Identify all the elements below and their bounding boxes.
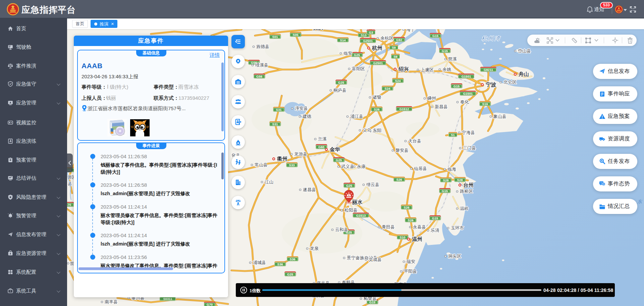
svg-text:S0311: S0311: [163, 297, 172, 301]
svg-text:路桥区: 路桥区: [460, 189, 473, 194]
svg-text:淳安县: 淳安县: [295, 106, 308, 111]
svg-text:江山: 江山: [265, 179, 273, 184]
svg-text:S26: S26: [396, 178, 402, 181]
svg-text:缙云县: 缙云县: [366, 182, 379, 187]
svg-text:S9: S9: [393, 55, 397, 58]
svg-text:余杭区: 余杭区: [380, 36, 393, 41]
svg-text:临海: 临海: [447, 167, 456, 172]
svg-text:奉化: 奉化: [460, 99, 469, 104]
svg-text:玉环市: 玉环市: [451, 225, 464, 230]
svg-text:南丰县: 南丰县: [105, 299, 118, 304]
svg-text:龙泉: 龙泉: [310, 246, 319, 251]
svg-text:兰溪: 兰溪: [318, 136, 327, 141]
svg-text:S26: S26: [408, 218, 414, 222]
svg-text:G70: G70: [67, 203, 71, 207]
svg-text:永嘉县: 永嘉县: [413, 224, 426, 229]
svg-text:S31: S31: [276, 108, 282, 112]
svg-text:象山县: 象山县: [493, 114, 506, 119]
svg-text:G1501: G1501: [463, 92, 473, 95]
svg-text:S14: S14: [340, 38, 346, 42]
svg-text:G15: G15: [432, 216, 438, 220]
svg-text:浦江县: 浦江县: [350, 114, 363, 119]
svg-text:S28: S28: [443, 178, 449, 182]
svg-text:S26: S26: [374, 107, 380, 111]
svg-text:宁波: 宁波: [486, 82, 496, 87]
svg-text:诸暨: 诸暨: [373, 95, 381, 100]
svg-text:温州: 温州: [412, 236, 422, 242]
svg-text:松阳县: 松阳县: [344, 208, 358, 213]
svg-text:G1513: G1513: [356, 214, 366, 217]
svg-text:S36: S36: [277, 262, 283, 266]
svg-text:嵊州: 嵊州: [427, 96, 436, 101]
svg-text:余姚: 余姚: [442, 67, 451, 72]
svg-text:武义县: 武义县: [341, 164, 354, 169]
svg-text:G15: G15: [442, 49, 448, 53]
svg-text:青田县: 青田县: [382, 224, 395, 229]
svg-text:温岭: 温岭: [460, 206, 469, 211]
svg-text:G56: G56: [256, 75, 262, 78]
svg-text:G15: G15: [432, 34, 439, 38]
svg-text:S28: S28: [457, 178, 463, 182]
svg-text:S31: S31: [272, 122, 278, 126]
svg-text:平阳县: 平阳县: [404, 269, 417, 274]
svg-text:磐安县: 磐安县: [395, 148, 409, 153]
svg-text:宁海县: 宁海县: [462, 130, 475, 135]
svg-text:G25: G25: [354, 53, 360, 57]
svg-text:G25: G25: [338, 81, 344, 84]
svg-text:G25: G25: [287, 272, 293, 276]
svg-text:瑞安: 瑞安: [407, 259, 415, 264]
svg-text:桐庐县: 桐庐县: [333, 88, 346, 93]
svg-text:永康: 永康: [357, 164, 366, 169]
svg-text:绍兴: 绍兴: [398, 66, 409, 72]
svg-text:G1501: G1501: [462, 75, 471, 78]
svg-text:天台县: 天台县: [408, 138, 421, 143]
svg-text:文成县: 文成县: [369, 257, 382, 262]
svg-text:G2501: G2501: [373, 61, 383, 65]
svg-text:舟山: 舟山: [518, 71, 529, 77]
svg-text:金华: 金华: [329, 146, 340, 152]
svg-text:北仑区: 北仑区: [503, 80, 517, 85]
svg-text:三门县: 三门县: [463, 145, 476, 150]
svg-text:常山县: 常山县: [255, 162, 268, 167]
svg-text:G15: G15: [442, 189, 448, 193]
svg-text:S05: S05: [293, 33, 299, 37]
svg-text:浦城县: 浦城县: [253, 260, 266, 265]
svg-text:S24: S24: [385, 87, 391, 90]
svg-text:建德: 建德: [302, 114, 312, 119]
svg-text:乐清: 乐清: [431, 228, 439, 233]
svg-text:杭州: 杭州: [372, 45, 382, 51]
svg-text:旌德县: 旌德县: [256, 44, 269, 49]
svg-text:临安: 临安: [343, 51, 352, 56]
svg-text:S26: S26: [404, 206, 410, 209]
svg-text:G25: G25: [336, 158, 342, 162]
svg-text:绩溪县: 绩溪县: [255, 62, 268, 68]
svg-text:S19: S19: [482, 102, 488, 106]
svg-text:G25: G25: [346, 184, 353, 187]
svg-text:台州: 台州: [463, 182, 474, 188]
svg-text:G15: G15: [453, 84, 460, 88]
svg-text:岱山县: 岱山县: [518, 48, 531, 53]
svg-text:S36: S36: [290, 257, 296, 261]
svg-text:G92: G92: [396, 38, 402, 42]
svg-text:G70: G70: [207, 303, 213, 306]
svg-text:S24: S24: [395, 79, 401, 83]
svg-text:洞头区: 洞头区: [448, 254, 461, 259]
svg-text:丽水: 丽水: [352, 199, 363, 205]
svg-text:云和县: 云和县: [335, 227, 348, 232]
svg-text:S9: S9: [392, 46, 396, 49]
svg-text:仙居县: 仙居县: [414, 166, 427, 171]
svg-text:S33: S33: [289, 163, 295, 167]
svg-text:东: 东: [637, 199, 643, 204]
svg-text:慈溪: 慈溪: [448, 56, 457, 61]
svg-text:新昌县: 新昌县: [435, 104, 448, 109]
svg-text:G60: G60: [318, 145, 324, 149]
svg-text:S10: S10: [400, 235, 406, 239]
svg-text:S1: S1: [451, 133, 455, 137]
svg-text:龙游县: 龙游县: [294, 151, 307, 157]
svg-text:S13: S13: [361, 33, 367, 37]
svg-text:S01: S01: [272, 35, 278, 39]
svg-text:G9211: G9211: [484, 68, 493, 72]
svg-text:上虞区: 上虞区: [421, 67, 434, 72]
svg-text:衢州: 衢州: [277, 156, 287, 162]
svg-text:G1512: G1512: [399, 107, 409, 111]
